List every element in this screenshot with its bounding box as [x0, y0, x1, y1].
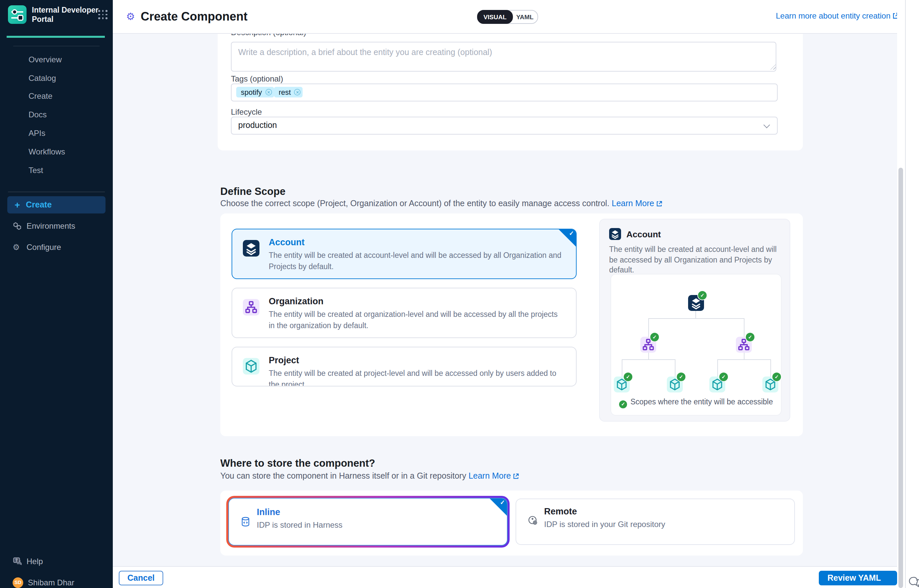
scope-option-organization[interactable]: Organization The entity will be created … — [232, 288, 577, 338]
sidebar-item-create[interactable]: Create — [29, 89, 102, 103]
avatar: SD — [13, 577, 23, 588]
account-scope-panel: Account The entity will be created at ac… — [599, 219, 790, 422]
scrollbar-thumb[interactable] — [898, 168, 903, 588]
panel-description: The entity will be created at account-le… — [609, 245, 780, 275]
page-header: ⚙ Create Component VISUAL YAML Learn mor… — [113, 0, 919, 34]
scope-option-project[interactable]: Project The entity will be created at pr… — [232, 347, 577, 386]
external-link-icon — [656, 200, 662, 209]
panel-title: Account — [626, 229, 661, 239]
help-chat-icon: ? — [13, 557, 22, 566]
review-yaml-button[interactable]: Review YAML › — [819, 571, 897, 585]
lifecycle-select[interactable]: production — [231, 117, 778, 134]
diagram-caption: ✓Scopes where the entity will be accessi… — [611, 398, 781, 408]
store-option-inline[interactable]: Inline IDP is stored in Harness ✓ — [226, 496, 510, 548]
tags-label: Tags (optional) — [231, 74, 283, 84]
scope-option-account[interactable]: Account The entity will be created at ac… — [232, 229, 577, 279]
store-option-title: Inline — [257, 507, 280, 517]
sidebar-divider — [8, 192, 105, 192]
scope-option-title: Project — [269, 355, 299, 365]
harness-idp-logo-icon — [8, 5, 26, 24]
scope-learn-more-link[interactable]: Learn More — [612, 199, 662, 208]
scope-option-title: Account — [269, 237, 305, 247]
chevron-down-icon — [763, 122, 770, 128]
check-badge-icon: ✓ — [676, 372, 686, 382]
plus-icon: + — [15, 200, 20, 210]
sidebar: Internal Developer Portal Overview Catal… — [0, 0, 113, 588]
remove-tag-icon[interactable]: × — [266, 89, 272, 95]
gear-icon: ⚙ — [13, 242, 22, 252]
check-badge-icon: ✓ — [772, 372, 782, 382]
app-grid-icon[interactable] — [98, 10, 107, 19]
lifecycle-label: Lifecycle — [231, 107, 262, 117]
scope-option-description: The entity will be created at account-le… — [269, 250, 565, 272]
lifecycle-value: production — [238, 117, 277, 134]
sidebar-configure-label: Configure — [26, 240, 61, 255]
review-yaml-label: Review YAML — [827, 573, 881, 583]
check-icon: ✓ — [500, 499, 505, 506]
sidebar-item-environments[interactable]: Environments — [0, 219, 113, 233]
support-chat-icon[interactable] — [908, 575, 919, 588]
page-title: Create Component — [141, 10, 248, 24]
svg-text:?: ? — [16, 558, 18, 562]
store-option-remote[interactable]: Remote IDP is stored in your Git reposit… — [515, 499, 795, 545]
inline-database-icon — [240, 516, 251, 527]
sidebar-create-label: Create — [26, 196, 52, 213]
scope-option-description: The entity will be created at organizati… — [269, 309, 565, 331]
tab-visual[interactable]: VISUAL — [477, 10, 513, 24]
check-badge-icon: ✓ — [697, 290, 707, 300]
sidebar-item-overview[interactable]: Overview — [29, 53, 102, 66]
define-scope-subtitle-text: Choose the correct scope (Project, Organ… — [220, 199, 609, 208]
sidebar-help-label: Help — [26, 554, 43, 569]
brand-title: Internal Developer Portal — [32, 6, 99, 24]
store-option-description: IDP is stored in Harness — [257, 520, 342, 530]
sidebar-create-button[interactable]: + Create — [7, 196, 105, 213]
hexagons-icon — [13, 221, 22, 231]
diagram-caption-text: Scopes where the entity will be accessib… — [630, 398, 773, 406]
tag-chip-label: rest — [279, 88, 291, 96]
entity-details-card: Description (optional) Tags (optional) s… — [218, 19, 803, 150]
external-link-icon — [513, 472, 519, 481]
scope-option-title: Organization — [269, 296, 324, 306]
create-component-page: Internal Developer Portal Overview Catal… — [0, 0, 919, 588]
learn-more-label: Learn more about entity creation — [776, 11, 890, 21]
sidebar-item-docs[interactable]: Docs — [29, 108, 102, 121]
component-gear-icon: ⚙ — [126, 11, 135, 23]
description-input[interactable] — [231, 42, 776, 72]
tags-input[interactable]: spotify × rest × — [231, 84, 778, 102]
define-scope-heading: Define Scope — [220, 186, 285, 197]
tag-chip: rest × — [274, 87, 303, 97]
scrollbar-track — [897, 0, 905, 588]
organization-chart-icon — [243, 299, 259, 315]
sidebar-user[interactable]: SD Shibam Dhar — [0, 575, 113, 588]
learn-more-entity-creation-link[interactable]: Learn more about entity creation — [776, 11, 899, 21]
sidebar-user-name: Shibam Dhar — [28, 575, 74, 588]
store-subtitle: You can store the component in Harness i… — [220, 471, 519, 481]
sidebar-item-apis[interactable]: APIs — [29, 127, 102, 140]
tag-chip-label: spotify — [241, 88, 262, 96]
check-badge-icon: ✓ — [650, 332, 660, 342]
check-badge-icon: ✓ — [745, 332, 755, 342]
right-edge-strip — [905, 0, 919, 588]
sidebar-item-help[interactable]: ? Help — [0, 554, 113, 569]
sidebar-item-configure[interactable]: ⚙ Configure — [0, 240, 113, 255]
remove-tag-icon[interactable]: × — [294, 89, 301, 95]
check-badge-icon: ✓ — [623, 372, 633, 382]
tab-yaml[interactable]: YAML — [512, 11, 538, 23]
check-icon: ✓ — [569, 230, 574, 237]
inline-card: Inline IDP is stored in Harness ✓ — [228, 498, 507, 546]
brand-underline — [6, 36, 105, 37]
project-cube-icon — [243, 358, 259, 375]
visual-yaml-toggle: VISUAL YAML — [477, 10, 538, 24]
cancel-button[interactable]: Cancel — [119, 571, 163, 585]
sidebar-item-workflows[interactable]: Workflows — [29, 145, 102, 158]
content-area: Description (optional) Tags (optional) s… — [113, 0, 897, 566]
scope-hierarchy-diagram: ✓ ✓ ✓ — [611, 274, 782, 416]
store-learn-more-link[interactable]: Learn More — [468, 471, 519, 481]
sidebar-item-catalog[interactable]: Catalog — [29, 72, 102, 85]
sidebar-divider — [13, 46, 99, 47]
check-badge-icon: ✓ — [619, 401, 627, 408]
store-heading: Where to store the component? — [220, 457, 375, 469]
check-badge-icon: ✓ — [719, 372, 729, 382]
action-footer: Cancel Review YAML › — [113, 566, 897, 588]
sidebar-item-test[interactable]: Test — [29, 164, 102, 177]
